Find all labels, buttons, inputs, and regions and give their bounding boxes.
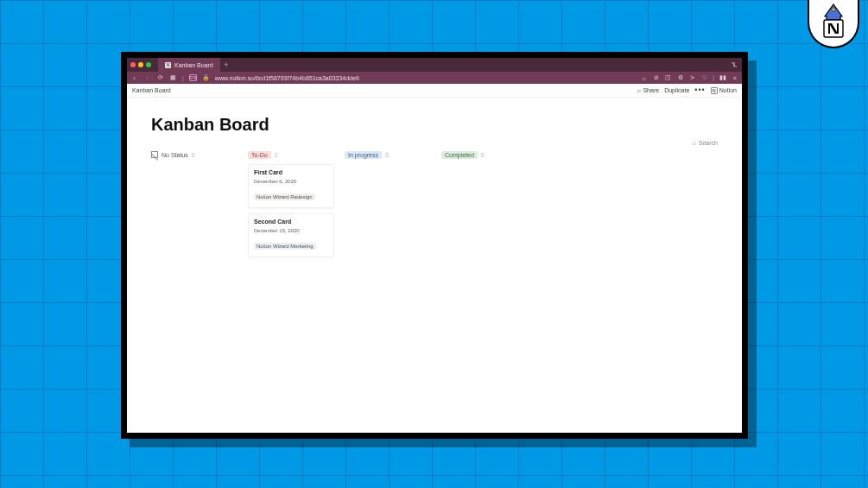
share-icon[interactable]: ≻ bbox=[688, 74, 696, 81]
wizard-logo-badge bbox=[808, 0, 859, 48]
more-menu-icon[interactable]: ••• bbox=[694, 86, 705, 94]
reader-badge-icon[interactable]: 576 bbox=[189, 74, 197, 81]
back-button[interactable]: ‹ bbox=[130, 75, 138, 81]
duplicate-button[interactable]: Duplicate bbox=[664, 87, 689, 93]
column-label: In progress bbox=[345, 151, 382, 159]
column-header-inprogress[interactable]: In progress 0 bbox=[345, 151, 431, 159]
sidebar-toggle-icon[interactable]: ▦ bbox=[169, 74, 177, 81]
minimize-window-icon[interactable] bbox=[138, 62, 143, 67]
menu-icon[interactable]: ≡ bbox=[731, 74, 738, 81]
page-favicon-icon: N bbox=[165, 62, 171, 68]
browser-tab[interactable]: N Kanban Board bbox=[158, 58, 220, 72]
column-nostatus: No Status 0 bbox=[151, 151, 238, 263]
notion-link[interactable]: NNotion bbox=[711, 87, 737, 94]
heart-icon[interactable]: ♡ bbox=[700, 74, 708, 81]
column-count: 0 bbox=[192, 152, 195, 158]
column-header-todo[interactable]: To-Do 2 bbox=[248, 151, 334, 159]
search-icon[interactable]: ⌕ bbox=[640, 74, 648, 81]
url-bar: ‹ › ⟳ ▦ | 576 🔒 www.notion.so/6cd1f58793… bbox=[127, 72, 742, 84]
reload-button[interactable]: ⟳ bbox=[156, 74, 164, 81]
traffic-lights[interactable] bbox=[130, 62, 151, 67]
browser-window: N Kanban Board + ‹ › ⟳ ▦ | 576 🔒 www.not… bbox=[121, 52, 748, 439]
column-count: 0 bbox=[481, 152, 485, 158]
new-tab-button[interactable]: + bbox=[220, 58, 232, 72]
page-title[interactable]: Kanban Board bbox=[151, 115, 718, 135]
column-count: 0 bbox=[385, 152, 389, 158]
column-todo: To-Do 2 First Card December 6, 2020 Noti… bbox=[248, 151, 334, 263]
card-title: Second Card bbox=[254, 219, 328, 225]
card-tag: Notion Wizard Marketing bbox=[254, 243, 316, 250]
page-content: Kanban Board ⌕ Search No Status 0 To-Do bbox=[127, 98, 742, 433]
board-search-icon[interactable]: ⌕ bbox=[693, 140, 696, 146]
column-label: No Status bbox=[162, 152, 188, 158]
notion-top-bar: Kanban Board ⌕Share Duplicate ••• NNotio… bbox=[127, 84, 742, 98]
board-search-label[interactable]: Search bbox=[699, 140, 718, 146]
column-header-completed[interactable]: Completed 0 bbox=[441, 151, 528, 159]
tab-bar: N Kanban Board + bbox=[127, 58, 742, 72]
forward-button[interactable]: › bbox=[143, 75, 151, 81]
svg-point-0 bbox=[832, 8, 835, 11]
card-tag: Notion Wizard Redesign bbox=[254, 193, 315, 200]
url-right-controls: ⌕ ⊘ ◫ ⚙ ≻ ♡ | ▮▮ ≡ bbox=[640, 74, 738, 81]
share-button[interactable]: ⌕Share bbox=[637, 87, 659, 93]
card[interactable]: Second Card December 15, 2020 Notion Wiz… bbox=[248, 213, 334, 257]
notion-logo-icon: N bbox=[711, 87, 718, 94]
column-inprogress: In progress 0 bbox=[345, 151, 431, 263]
tab-title: Kanban Board bbox=[174, 62, 213, 68]
column-count: 2 bbox=[275, 152, 278, 158]
url-text[interactable]: www.notion.so/6cd1f58793f74b4b851ca3a033… bbox=[215, 75, 635, 81]
battery-icon: ▮▮ bbox=[719, 74, 726, 81]
close-window-icon[interactable] bbox=[130, 62, 136, 67]
gear-icon[interactable]: ⚙ bbox=[676, 74, 684, 81]
card[interactable]: First Card December 6, 2020 Notion Wizar… bbox=[248, 164, 334, 208]
breadcrumb[interactable]: Kanban Board bbox=[132, 87, 637, 93]
card-date: December 6, 2020 bbox=[254, 179, 328, 184]
block-icon[interactable]: ⊘ bbox=[652, 74, 660, 81]
card-date: December 15, 2020 bbox=[254, 228, 328, 233]
grid-backdrop: N Kanban Board + ‹ › ⟳ ▦ | 576 🔒 www.not… bbox=[0, 0, 868, 488]
empty-box-icon bbox=[151, 151, 158, 158]
column-label: To-Do bbox=[248, 151, 271, 159]
column-completed: Completed 0 bbox=[441, 151, 528, 263]
card-title: First Card bbox=[254, 169, 328, 175]
column-header-nostatus[interactable]: No Status 0 bbox=[151, 151, 238, 158]
board-columns: No Status 0 To-Do 2 First Card December … bbox=[151, 151, 718, 263]
column-label: Completed bbox=[441, 151, 478, 159]
maximize-window-icon[interactable] bbox=[146, 62, 151, 67]
extension-icon[interactable]: ◫ bbox=[664, 74, 672, 81]
lock-icon[interactable]: 🔒 bbox=[202, 74, 210, 81]
wizard-icon bbox=[816, 3, 851, 41]
tab-search-icon[interactable] bbox=[730, 60, 738, 69]
